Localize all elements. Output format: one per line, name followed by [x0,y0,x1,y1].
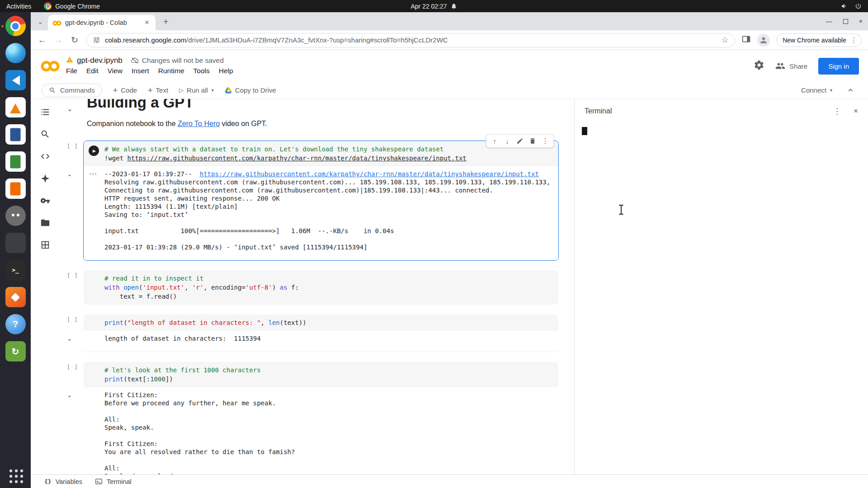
bookmark-star-icon[interactable]: ☆ [722,35,728,45]
close-window-button[interactable]: × [859,18,863,24]
dock-icon-terminal[interactable]: >_ [5,260,26,280]
variables-button[interactable]: {} Variables [44,478,82,485]
exec-count[interactable]: [ ] [67,317,83,323]
exec-count[interactable]: [ ] [67,364,83,371]
chrome-update-button[interactable]: New Chrome available ⋮ [776,33,862,47]
save-note[interactable]: Changes will not be saved [131,56,224,65]
collapse-output-icon[interactable]: ⌄ [67,391,72,399]
reload-button[interactable]: ↻ [70,35,80,45]
code-snippets-icon[interactable] [39,150,51,162]
data-table-icon[interactable] [39,239,51,251]
collapse-output-icon[interactable]: ⌄ [67,170,72,178]
exec-count[interactable]: [ ] [67,143,83,150]
edit-cell-icon[interactable] [514,135,526,147]
cell-gutter: [ ] [67,314,83,352]
run-cell-button[interactable]: ▶ [89,145,99,156]
add-code-button[interactable]: + Code [108,84,142,97]
forward-button[interactable]: → [53,35,63,45]
menu-insert[interactable]: Insert [127,66,153,76]
output-line: length of dataset in characters: 1115394 [104,334,555,343]
system-tray[interactable] [841,3,862,9]
dock-icon-dark[interactable] [5,233,26,253]
copy-to-drive-button[interactable]: Copy to Drive [220,84,281,97]
cell-box[interactable]: print("length of dataset in characters: … [83,314,559,352]
collapse-output-icon[interactable]: ⌄ [67,335,72,342]
colab-logo[interactable] [41,60,60,72]
add-text-button[interactable]: + Text [143,84,173,97]
menu-runtime[interactable]: Runtime [154,66,189,76]
share-button[interactable]: Share [775,61,807,71]
menu-tools[interactable]: Tools [189,66,214,76]
connect-button[interactable]: Connect ▾ [797,84,837,97]
terminal-panel: Terminal ⋮ × [574,99,868,474]
clock[interactable]: Apr 22 02:27 [410,3,457,10]
dock-icon-chrome[interactable] [5,16,26,36]
move-cell-up-icon[interactable]: ↑ [488,135,501,147]
drive-icon [225,87,232,94]
maximize-button[interactable] [843,19,848,24]
notebook-title[interactable]: gpt-dev.ipynb [77,56,123,65]
cell-box[interactable]: ↑↓⋮▶# We always start with a dataset to … [83,141,559,261]
collapse-section-icon[interactable]: ⌄ [67,105,83,113]
dock-icon-impress[interactable] [5,178,26,199]
dock-icon-gimp[interactable] [5,206,26,226]
table-of-contents-icon[interactable] [39,106,51,118]
files-folder-icon[interactable] [39,217,51,229]
code-editor[interactable]: # let's look at the first 1000 character… [84,362,558,387]
site-settings-icon[interactable] [93,36,100,44]
dock-icon-writer[interactable] [5,124,26,145]
gemini-icon[interactable] [39,173,51,184]
code-line: with open('input.txt', 'r', encoding='ut… [104,283,554,292]
active-app-menu[interactable]: Google Chrome [44,2,100,10]
dock-icon-updater[interactable]: ↻ [5,341,26,361]
commands-button[interactable]: Commands [42,84,102,97]
terminal-button[interactable]: Terminal [95,478,132,485]
code-editor[interactable]: # read it in to inspect itwith open('inp… [84,270,558,305]
browser-menu-icon[interactable]: ⋮ [849,36,859,44]
terminal-panel-title: Terminal [585,107,612,115]
activities-button[interactable]: Activities [6,3,31,10]
find-replace-icon[interactable] [39,128,51,140]
tab-list-chevron-icon[interactable]: ⌄ [34,15,46,28]
menu-edit[interactable]: Edit [82,66,103,76]
secrets-key-icon[interactable] [39,195,51,206]
cell-box[interactable]: # let's look at the first 1000 character… [83,361,559,474]
settings-gear-icon[interactable] [754,60,764,72]
more-cell-actions-icon[interactable]: ⋮ [539,135,552,147]
exec-count[interactable]: [ ] [67,272,83,279]
move-cell-down-icon[interactable]: ↓ [501,135,514,147]
browser-tab[interactable]: gpt-dev.ipynb - Colab × [48,15,156,30]
intro-paragraph: Companion notebook to the Zero To Hero v… [87,120,559,128]
minimize-button[interactable]: — [826,18,832,24]
output-line: You are all resolved rather to die than … [104,448,555,456]
output-line: HTTP request sent, awaiting response... … [104,194,555,202]
collapse-header-button[interactable] [842,84,859,97]
dock-icon-firefox[interactable] [5,43,26,63]
terminal-close-icon[interactable]: × [854,107,858,116]
dock-icon-vlc[interactable] [5,97,26,117]
profile-avatar[interactable] [757,34,770,47]
run-all-button[interactable]: ▷ Run all ▾ [175,84,218,97]
side-panel-icon[interactable] [741,34,751,46]
menu-view[interactable]: View [104,66,127,76]
dock-icon-calc[interactable] [5,151,26,172]
cell-box[interactable]: # read it in to inspect itwith open('inp… [83,270,559,305]
dock-icon-software[interactable] [5,287,26,307]
new-tab-button[interactable]: + [159,15,173,28]
url-input[interactable]: colab.research.google.com/drive/1JMLa53H… [86,33,735,47]
back-button[interactable]: ← [37,35,47,45]
menu-help[interactable]: Help [215,66,237,76]
code-editor[interactable]: print("length of dataset in characters: … [84,314,558,331]
menu-file[interactable]: File [62,66,81,76]
zero-to-hero-link[interactable]: Zero To Hero [178,120,220,127]
delete-cell-icon[interactable] [526,135,539,147]
output-options-icon[interactable]: ⋯ [89,169,97,178]
output-line: Connecting to raw.githubusercontent.com … [104,186,555,194]
tab-close-icon[interactable]: × [143,19,151,27]
dock-icon-grid[interactable] [5,465,26,485]
sign-in-button[interactable]: Sign in [818,58,859,75]
terminal-menu-icon[interactable]: ⋮ [833,107,841,116]
terminal-body[interactable] [575,123,868,474]
dock-icon-vscode[interactable] [5,70,26,90]
dock-icon-help[interactable]: ? [5,314,26,334]
